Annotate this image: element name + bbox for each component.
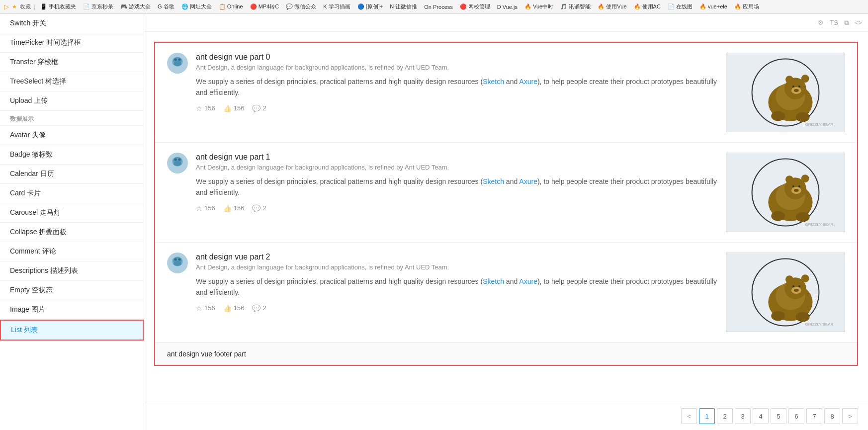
sidebar-item-switch[interactable]: Switch 开关 <box>0 14 144 33</box>
star-icon-2: ☆ <box>196 304 202 312</box>
sidebar-item-timepicker[interactable]: TimePicker 时间选择框 <box>0 33 144 53</box>
list-item-desc-2: We supply a series of design principles,… <box>196 276 718 298</box>
bookmark-weixin[interactable]: N 让微信推 <box>388 3 419 10</box>
list-item-desc: We supply a series of design principles,… <box>196 76 718 98</box>
sidebar-item-calendar[interactable]: Calendar 日历 <box>0 165 144 184</box>
svg-point-54 <box>792 285 794 287</box>
svg-point-24 <box>178 159 181 161</box>
sidebar-item-image[interactable]: Image 图片 <box>0 300 144 320</box>
list-item-content-1: ant design vue part 1 Ant Design, a desi… <box>196 153 718 212</box>
comment-icon-2: 💬 <box>252 304 260 312</box>
list-item-actions-1: ☆ 156 👍 156 💬 2 <box>196 204 718 212</box>
pagination-page-3[interactable]: 3 <box>735 408 751 424</box>
ts-label[interactable]: TS <box>830 19 838 26</box>
bookmark-xunsu[interactable]: 🎵 讯诵智能 <box>558 3 593 10</box>
demo-area: ant design vue part 0 Ant Design, a desi… <box>144 32 868 402</box>
bookmark-games[interactable]: 🎮 游戏大全 <box>118 3 153 10</box>
browser-bookmarks-bar: ▷ ★ 收藏 | 📱 手机收藏夹 📄 京东秒杀 🎮 游戏大全 G 谷歌 🌐 网址… <box>0 0 868 14</box>
list-item-content: ant design vue part 0 Ant Design, a desi… <box>196 53 718 112</box>
sidebar-item-upload[interactable]: Upload 上传 <box>0 91 144 111</box>
svg-point-11 <box>785 76 793 84</box>
svg-point-44 <box>178 258 181 261</box>
highlight-axure: Axure <box>519 78 537 86</box>
sidebar-item-avatar[interactable]: Avatar 头像 <box>0 126 144 145</box>
bookmark-mp4[interactable]: 🔴 MP4转C <box>248 3 281 10</box>
sidebar-item-collapse[interactable]: Collapse 折叠面板 <box>0 223 144 242</box>
bookmark-wangxiao[interactable]: 🔴 网校管理 <box>458 3 492 10</box>
pagination-page-1[interactable]: 1 <box>699 408 715 424</box>
highlight-axure-1: Axure <box>519 177 537 185</box>
sidebar-item-treeselect[interactable]: TreeSelect 树选择 <box>0 72 144 91</box>
bookmark-vue-ele[interactable]: 🔥 vue+ele <box>697 3 729 10</box>
like-action-2[interactable]: 👍 156 <box>223 304 245 312</box>
svg-point-38 <box>796 212 810 222</box>
pagination-page-4[interactable]: 4 <box>753 408 769 424</box>
list-item-image: GRIZZLY BEAR <box>726 53 845 132</box>
pagination-next[interactable]: > <box>842 408 858 424</box>
bookmark-vue-mid[interactable]: 🔥 Vue中时 <box>522 3 555 10</box>
bookmark-wechat[interactable]: 💬 微信公众 <box>284 3 318 10</box>
list-item-subtitle-2: Ant Design, a design language for backgr… <box>196 263 718 271</box>
bookmark-online-img[interactable]: 📄 在线图 <box>666 3 694 10</box>
list-item-image-2: GRIZZLY BEAR <box>726 253 845 332</box>
svg-point-16 <box>794 89 799 92</box>
bookmark-use-ac[interactable]: 🔥 使用AC <box>632 3 663 10</box>
avatar <box>167 153 188 173</box>
bookmark-original[interactable]: 🔵 [原创]+ <box>355 3 385 10</box>
settings-icon[interactable]: ⚙ <box>818 19 824 26</box>
bookmark-use-vue[interactable]: 🔥 使用Vue <box>596 3 628 10</box>
comment-icon: 💬 <box>252 104 260 112</box>
comment-action[interactable]: 💬 2 <box>252 104 266 112</box>
sidebar-item-descriptions[interactable]: Descriptions 描述列表 <box>0 261 144 281</box>
comment-action-2[interactable]: 💬 2 <box>252 304 266 312</box>
bookmark-app[interactable]: 🔥 应用场 <box>732 3 761 10</box>
bookmark-learn[interactable]: K 学习插画 <box>321 3 352 10</box>
pagination-page-5[interactable]: 5 <box>771 408 786 424</box>
like-action-1[interactable]: 👍 156 <box>223 204 245 212</box>
star-count-1: 156 <box>204 204 215 212</box>
star-action-2[interactable]: ☆ 156 <box>196 304 215 312</box>
svg-point-17 <box>771 111 785 121</box>
list-item-desc-1: We supply a series of design principles,… <box>196 176 718 198</box>
sidebar-item-badge[interactable]: Badge 徽标数 <box>0 145 144 165</box>
like-count: 156 <box>234 104 245 112</box>
highlight-sketch: Sketch <box>483 78 504 86</box>
bookmark-process[interactable]: On Process <box>422 4 454 10</box>
svg-point-32 <box>801 174 809 182</box>
avatar-svg-2 <box>167 253 188 273</box>
svg-text:GRIZZLY BEAR: GRIZZLY BEAR <box>805 322 834 327</box>
like-action[interactable]: 👍 156 <box>223 104 245 112</box>
star-action-1[interactable]: ☆ 156 <box>196 204 215 212</box>
pagination-page-6[interactable]: 6 <box>788 408 804 424</box>
svg-point-14 <box>792 86 794 87</box>
copy-icon[interactable]: ⧉ <box>844 19 849 27</box>
pagination-page-8[interactable]: 8 <box>824 408 840 424</box>
bookmark-google[interactable]: G 谷歌 <box>156 3 176 10</box>
bookmark-mobile[interactable]: 📱 手机收藏夹 <box>38 3 78 10</box>
pagination-page-2[interactable]: 2 <box>717 408 733 424</box>
sidebar-item-comment[interactable]: Comment 评论 <box>0 242 144 261</box>
bear-image-0: GRIZZLY BEAR <box>726 53 845 132</box>
highlight-sketch-2: Sketch <box>483 277 504 285</box>
pagination-page-7[interactable]: 7 <box>806 408 822 424</box>
star-action[interactable]: ☆ 156 <box>196 104 215 112</box>
list-item-actions-2: ☆ 156 👍 156 💬 2 <box>196 304 718 312</box>
bookmark-urls[interactable]: 🌐 网址大全 <box>179 3 214 10</box>
list-item-subtitle: Ant Design, a design language for backgr… <box>196 64 718 71</box>
svg-point-15 <box>798 86 800 87</box>
pagination-prev[interactable]: < <box>681 408 697 424</box>
content-area: ⚙ TS ⧉ <> <box>144 14 868 430</box>
sidebar-item-list[interactable]: List 列表 <box>0 320 144 341</box>
bookmark-online[interactable]: 📋 Online <box>217 3 245 10</box>
bookmark-jd[interactable]: 📄 京东秒杀 <box>81 3 115 10</box>
svg-point-55 <box>798 285 800 287</box>
sidebar-item-empty[interactable]: Empty 空状态 <box>0 281 144 300</box>
list-item-image-1: GRIZZLY BEAR <box>726 153 845 232</box>
sidebar: Switch 开关 TimePicker 时间选择框 Transfer 穿梭框 … <box>0 14 144 430</box>
sidebar-item-carousel[interactable]: Carousel 走马灯 <box>0 203 144 223</box>
bookmark-vuejs[interactable]: D Vue.js <box>495 4 520 10</box>
comment-action-1[interactable]: 💬 2 <box>252 204 266 212</box>
sidebar-item-card[interactable]: Card 卡片 <box>0 184 144 203</box>
sidebar-item-transfer[interactable]: Transfer 穿梭框 <box>0 53 144 72</box>
code-toggle-icon[interactable]: <> <box>855 19 862 26</box>
